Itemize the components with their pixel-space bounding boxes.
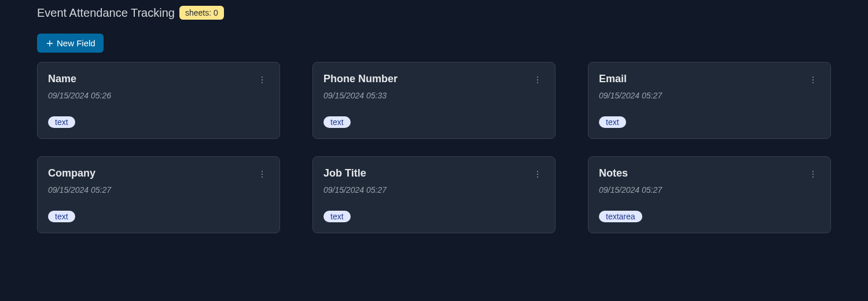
sheets-count-badge: sheets: 0: [179, 6, 224, 20]
svg-point-7: [537, 82, 538, 83]
field-title: Company: [48, 167, 111, 179]
svg-point-16: [537, 177, 538, 178]
new-field-label: New Field: [57, 38, 95, 48]
card-header: Phone Number 09/15/2024 05:33: [323, 73, 545, 116]
dots-vertical-icon: [808, 75, 818, 85]
field-type-badge: text: [323, 211, 351, 222]
svg-point-17: [812, 171, 814, 172]
card-menu-button[interactable]: [255, 73, 269, 87]
svg-point-14: [537, 171, 538, 172]
dots-vertical-icon: [258, 75, 267, 85]
field-type-badge: textarea: [599, 211, 642, 222]
svg-point-6: [537, 79, 538, 80]
field-title: Email: [599, 73, 662, 85]
card-menu-button[interactable]: [531, 167, 545, 181]
page-title: Event Attendance Tracking: [37, 6, 175, 20]
field-timestamp: 09/15/2024 05:33: [323, 91, 398, 100]
field-card[interactable]: Email 09/15/2024 05:27 text: [588, 62, 831, 139]
field-title: Notes: [599, 167, 662, 179]
field-type-badge: text: [48, 211, 75, 222]
field-card[interactable]: Name 09/15/2024 05:26 text: [37, 62, 280, 139]
plus-icon: [45, 39, 54, 48]
card-header: Company 09/15/2024 05:27: [48, 167, 269, 211]
card-menu-button[interactable]: [806, 73, 820, 87]
card-menu-button[interactable]: [255, 167, 269, 181]
svg-point-15: [537, 174, 538, 175]
svg-point-19: [812, 177, 814, 178]
card-menu-button[interactable]: [806, 167, 820, 181]
field-type-badge: text: [48, 116, 75, 128]
svg-point-11: [262, 171, 263, 172]
field-timestamp: 09/15/2024 05:27: [48, 185, 111, 194]
dots-vertical-icon: [258, 170, 267, 179]
card-menu-button[interactable]: [531, 73, 545, 87]
field-timestamp: 09/15/2024 05:26: [48, 91, 111, 100]
dots-vertical-icon: [533, 170, 542, 179]
card-header: Notes 09/15/2024 05:27: [599, 167, 820, 211]
svg-point-3: [262, 79, 263, 80]
svg-point-9: [812, 79, 814, 80]
field-type-badge: text: [599, 116, 626, 128]
field-card[interactable]: Phone Number 09/15/2024 05:33 text: [312, 62, 556, 139]
svg-point-8: [812, 76, 814, 78]
field-title: Phone Number: [323, 73, 398, 85]
card-header: Name 09/15/2024 05:26: [48, 73, 269, 116]
field-card[interactable]: Notes 09/15/2024 05:27 textarea: [588, 156, 831, 233]
field-title: Name: [48, 73, 111, 85]
field-card[interactable]: Company 09/15/2024 05:27 text: [37, 156, 280, 233]
svg-point-13: [262, 177, 263, 178]
field-title: Job Title: [323, 167, 387, 179]
card-header: Email 09/15/2024 05:27: [599, 73, 820, 116]
field-timestamp: 09/15/2024 05:27: [599, 91, 662, 100]
svg-point-5: [537, 76, 538, 78]
field-timestamp: 09/15/2024 05:27: [599, 185, 662, 194]
dots-vertical-icon: [533, 75, 542, 85]
page-header: Event Attendance Tracking sheets: 0: [37, 6, 831, 20]
fields-grid: Name 09/15/2024 05:26 text Phone Number …: [37, 62, 831, 233]
field-card[interactable]: Job Title 09/15/2024 05:27 text: [312, 156, 556, 233]
svg-point-2: [262, 76, 263, 78]
svg-point-12: [262, 174, 263, 175]
card-header: Job Title 09/15/2024 05:27: [323, 167, 545, 211]
svg-point-10: [812, 82, 814, 83]
svg-point-18: [812, 174, 814, 175]
svg-point-4: [262, 82, 263, 83]
dots-vertical-icon: [808, 170, 818, 179]
field-timestamp: 09/15/2024 05:27: [323, 185, 387, 194]
new-field-button[interactable]: New Field: [37, 34, 104, 53]
field-type-badge: text: [323, 116, 351, 128]
